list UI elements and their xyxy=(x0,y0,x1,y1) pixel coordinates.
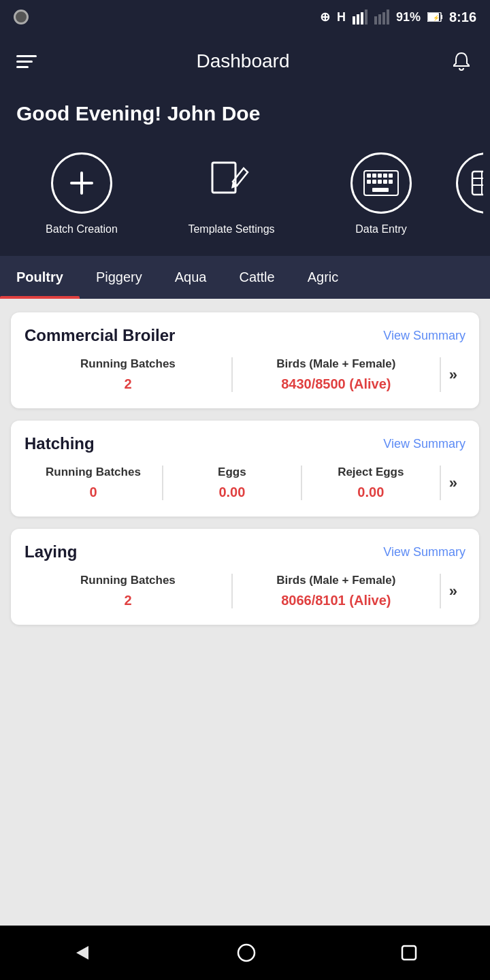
laying-running-batches-label: Running Batches xyxy=(80,574,176,587)
hatching-stats: Running Batches 0 Eggs 0.00 Reject Eggs … xyxy=(24,466,466,500)
svg-text:⚡: ⚡ xyxy=(433,14,440,21)
battery-percent: 91% xyxy=(396,10,421,24)
content-area: Commercial Broiler View Summary Running … xyxy=(0,299,490,926)
data-entry-icon xyxy=(350,152,412,214)
hatching-eggs-stat: Eggs 0.00 xyxy=(163,466,302,500)
svg-rect-16 xyxy=(367,174,371,178)
laying-header: Laying View Summary xyxy=(24,542,466,561)
svg-marker-31 xyxy=(76,946,88,960)
batch-creation-button[interactable]: Batch Creation xyxy=(7,152,157,235)
hatching-view-summary[interactable]: View Summary xyxy=(383,437,466,451)
signal-label: H xyxy=(337,10,346,24)
commercial-broiler-card: Commercial Broiler View Summary Running … xyxy=(11,312,479,408)
svg-rect-25 xyxy=(389,180,393,184)
hatching-running-batches-value: 0 xyxy=(89,485,97,500)
svg-rect-20 xyxy=(389,174,393,178)
laying-running-batches-stat: Running Batches 2 xyxy=(24,574,233,608)
svg-point-32 xyxy=(238,945,255,961)
laying-view-summary[interactable]: View Summary xyxy=(383,545,466,559)
laying-stats: Running Batches 2 Birds (Male + Female) … xyxy=(24,574,466,608)
svg-rect-4 xyxy=(374,16,377,24)
header: Dashboard xyxy=(0,34,490,88)
hatching-reject-eggs-stat: Reject Eggs 0.00 xyxy=(302,466,441,500)
quick-actions-bar: Batch Creation Template Settings xyxy=(0,146,490,256)
commercial-broiler-stats: Running Batches 2 Birds (Male + Female) … xyxy=(24,357,466,392)
laying-birds-value: 8066/8101 (Alive) xyxy=(281,593,391,608)
hatching-reject-eggs-label: Reject Eggs xyxy=(338,466,404,479)
broiler-running-batches-label: Running Batches xyxy=(80,357,176,371)
time-label: 8:16 xyxy=(449,10,476,25)
svg-rect-23 xyxy=(378,180,382,184)
svg-rect-0 xyxy=(353,16,355,24)
tab-piggery[interactable]: Piggery xyxy=(80,256,159,299)
batch-creation-icon xyxy=(51,152,112,214)
svg-rect-33 xyxy=(402,946,416,960)
svg-rect-1 xyxy=(357,14,359,24)
svg-rect-2 xyxy=(361,12,363,24)
hamburger-menu-button[interactable] xyxy=(16,55,37,68)
laying-card: Laying View Summary Running Batches 2 Bi… xyxy=(11,529,479,625)
template-settings-label: Template Settings xyxy=(188,223,274,235)
hatching-header: Hatching View Summary xyxy=(24,434,466,453)
commercial-broiler-view-summary[interactable]: View Summary xyxy=(383,329,466,343)
broiler-birds-label: Birds (Male + Female) xyxy=(276,357,395,371)
svg-rect-26 xyxy=(372,188,389,192)
signal-strength-icon xyxy=(353,10,368,24)
bottom-navigation xyxy=(0,926,490,980)
status-bar: ⊕ H 91% ⚡ 8:16 xyxy=(0,0,490,34)
svg-rect-17 xyxy=(372,174,376,178)
recent-apps-button[interactable] xyxy=(380,937,438,968)
svg-rect-3 xyxy=(365,10,368,24)
template-settings-icon xyxy=(201,152,262,214)
commercial-broiler-header: Commercial Broiler View Summary xyxy=(24,326,466,345)
laying-title: Laying xyxy=(24,542,77,561)
notification-bell-button[interactable] xyxy=(449,49,474,74)
status-left xyxy=(14,10,29,24)
laying-more-button[interactable]: » xyxy=(441,574,466,608)
back-button[interactable] xyxy=(52,936,113,970)
svg-rect-22 xyxy=(372,180,376,184)
batch-creation-label: Batch Creation xyxy=(46,223,118,235)
data-entry-label: Data Entry xyxy=(355,223,407,235)
template-settings-button[interactable]: Template Settings xyxy=(157,152,306,235)
tab-agric[interactable]: Agric xyxy=(291,256,355,299)
hatching-running-batches-label: Running Batches xyxy=(46,466,141,479)
home-button[interactable] xyxy=(216,936,277,970)
hotspot-icon: ⊕ xyxy=(320,10,330,24)
tab-cattle[interactable]: Cattle xyxy=(223,256,291,299)
hatching-more-button[interactable]: » xyxy=(441,466,466,500)
camera-indicator xyxy=(14,10,29,24)
greeting-section: Good Evening! John Doe xyxy=(0,88,490,146)
commercial-broiler-title: Commercial Broiler xyxy=(24,326,175,345)
hatching-reject-eggs-value: 0.00 xyxy=(357,485,384,500)
tab-poultry[interactable]: Poultry xyxy=(0,256,80,299)
signal-strength2-icon xyxy=(374,10,389,24)
tab-aqua[interactable]: Aqua xyxy=(159,256,223,299)
hatching-eggs-label: Eggs xyxy=(218,466,246,479)
data-entry-button[interactable]: Data Entry xyxy=(306,152,456,235)
broiler-more-button[interactable]: » xyxy=(441,357,466,392)
hatching-eggs-value: 0.00 xyxy=(218,485,245,500)
broiler-running-batches-stat: Running Batches 2 xyxy=(24,357,233,392)
broiler-birds-value: 8430/8500 (Alive) xyxy=(281,376,391,392)
svg-rect-6 xyxy=(382,12,385,24)
laying-birds-stat: Birds (Male + Female) 8066/8101 (Alive) xyxy=(233,574,441,608)
laying-birds-label: Birds (Male + Female) xyxy=(276,574,395,587)
status-right: ⊕ H 91% ⚡ 8:16 xyxy=(320,10,476,25)
svg-rect-18 xyxy=(378,174,382,178)
svg-rect-9 xyxy=(441,15,442,19)
svg-rect-5 xyxy=(378,14,381,24)
header-title: Dashboard xyxy=(197,50,290,72)
laying-running-batches-value: 2 xyxy=(124,593,131,608)
broiler-running-batches-value: 2 xyxy=(124,376,131,392)
category-tabs: Poultry Piggery Aqua Cattle Agric xyxy=(0,256,490,299)
svg-rect-21 xyxy=(367,180,371,184)
svg-rect-24 xyxy=(383,180,387,184)
svg-rect-7 xyxy=(387,10,389,24)
battery-icon: ⚡ xyxy=(427,12,442,22)
greeting-text: Good Evening! John Doe xyxy=(16,102,260,125)
more-actions-icon xyxy=(456,152,483,214)
svg-rect-19 xyxy=(383,174,387,178)
hatching-card: Hatching View Summary Running Batches 0 … xyxy=(11,421,479,517)
hatching-running-batches-stat: Running Batches 0 xyxy=(24,466,163,500)
